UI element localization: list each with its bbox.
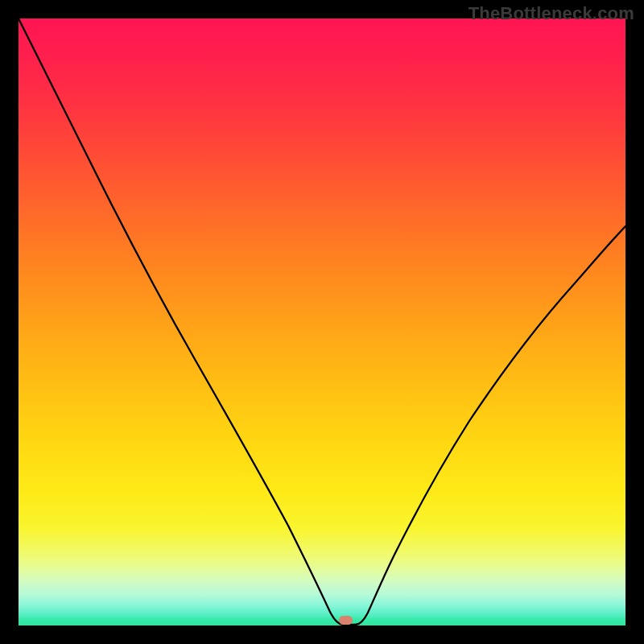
- bottleneck-curve-path: [19, 19, 625, 625]
- chart-container: TheBottleneck.com: [0, 0, 644, 644]
- watermark-text: TheBottleneck.com: [469, 3, 634, 24]
- curve-svg: [19, 19, 625, 625]
- optimal-point-marker: [339, 616, 353, 625]
- plot-area: [19, 19, 625, 625]
